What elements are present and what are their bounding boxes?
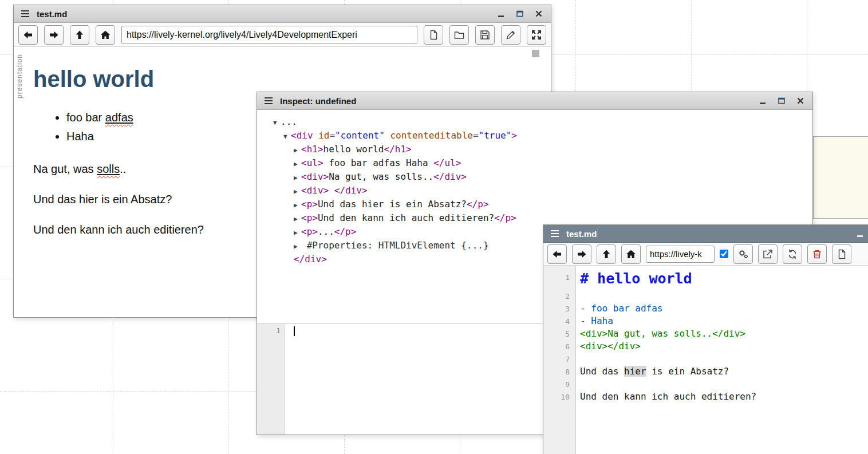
tree-token-text: Und den kann ich auch editieren? xyxy=(318,212,494,223)
line-number: 8 xyxy=(543,365,575,378)
forward-button[interactable] xyxy=(44,25,64,45)
close-button[interactable] xyxy=(794,94,807,107)
code-line[interactable]: 10Und den kann ich auch editieren? xyxy=(543,390,868,403)
reload-button[interactable] xyxy=(783,244,802,264)
minimize-button[interactable] xyxy=(494,7,508,20)
tree-line[interactable]: ▼... xyxy=(273,116,812,129)
home-button[interactable] xyxy=(96,25,115,45)
tree-expand-arrow-icon[interactable]: ▶ xyxy=(294,199,301,212)
directory-button[interactable] xyxy=(449,25,469,45)
code-line[interactable]: 7 xyxy=(543,353,868,365)
tree-token-props: #Properties: HTMLDivElement {...} xyxy=(307,240,489,251)
tree-expand-arrow-icon[interactable]: ▶ xyxy=(294,185,301,198)
minimize-icon xyxy=(496,9,506,18)
file-icon xyxy=(836,248,847,260)
tree-line[interactable]: ▶<p>Und den kann ich auch editieren?</p> xyxy=(273,212,812,226)
tree-line[interactable]: ▶<div> </div> xyxy=(273,184,812,198)
inspector-titlebar[interactable]: Inspect: undefined xyxy=(257,92,812,110)
tree-token-plain xyxy=(301,240,307,251)
url-input[interactable] xyxy=(646,246,715,263)
code-token: Und das xyxy=(580,366,624,377)
tree-line[interactable]: ▶<p>Und das hier is ein Absatz?</p> xyxy=(273,198,812,212)
editor-titlebar[interactable]: test.md xyxy=(543,225,868,243)
tree-expand-arrow-icon[interactable]: ▶ xyxy=(294,227,301,239)
refresh-icon xyxy=(787,248,798,260)
window-menu-button[interactable] xyxy=(549,227,561,240)
maximize-button[interactable] xyxy=(775,94,788,107)
up-icon xyxy=(74,29,85,41)
home-icon xyxy=(625,248,637,260)
edit-button[interactable] xyxy=(501,25,520,45)
maximize-button[interactable] xyxy=(513,7,527,20)
tree-line[interactable]: ▶<ul> foo bar adfas Haha </ul> xyxy=(273,157,812,171)
minimize-button[interactable] xyxy=(853,227,867,240)
url-input[interactable] xyxy=(121,26,417,44)
close-icon xyxy=(534,9,543,18)
new-file-button[interactable] xyxy=(832,244,851,264)
misspelled-word: solls xyxy=(97,163,120,175)
tree-expand-arrow-icon[interactable]: ▼ xyxy=(283,131,291,143)
code-token: - foo bar adfas xyxy=(580,303,663,314)
back-button[interactable] xyxy=(18,25,38,45)
markdown-editor[interactable]: 1# hello world23- foo bar adfas4- Haha5<… xyxy=(543,266,868,454)
window-menu-button[interactable] xyxy=(262,94,275,107)
tree-expand-arrow-icon[interactable]: ▶ xyxy=(294,144,301,157)
code-line[interactable]: 9 xyxy=(543,378,868,390)
code-line[interactable]: 1# hello world xyxy=(543,268,868,290)
settings-button[interactable] xyxy=(733,244,753,264)
open-external-button[interactable] xyxy=(758,244,778,264)
tree-expand-arrow-icon[interactable]: ▶ xyxy=(294,213,301,226)
tree-line[interactable]: ▶<h1>hello world</h1> xyxy=(273,143,812,157)
tree-line[interactable]: ▼<div id="content" contenteditable="true… xyxy=(273,129,812,143)
tree-token-value: "true" xyxy=(479,130,512,141)
tree-token-text: Und das hier is ein Absatz? xyxy=(318,199,467,210)
maximize-icon xyxy=(777,96,786,105)
tree-expand-arrow-icon[interactable]: ▶ xyxy=(294,172,301,184)
back-button[interactable] xyxy=(547,244,567,264)
close-icon xyxy=(796,96,805,105)
fullscreen-button[interactable] xyxy=(527,25,546,45)
maximize-icon xyxy=(515,9,524,18)
minimize-button[interactable] xyxy=(756,94,770,107)
up-button[interactable] xyxy=(70,25,89,45)
paragraph-text: Und das hier is ein Absatz? xyxy=(33,193,172,206)
home-button[interactable] xyxy=(621,244,641,264)
forward-button[interactable] xyxy=(572,244,591,264)
tree-line[interactable]: ▶<div>Na gut, was solls..</div> xyxy=(273,171,812,184)
save-button[interactable] xyxy=(475,25,495,45)
line-number: 2 xyxy=(543,290,575,302)
presentation-tab[interactable]: presentation xyxy=(15,54,23,98)
auto-update-checkbox[interactable] xyxy=(720,250,728,258)
code-line[interactable]: 3- foo bar adfas xyxy=(543,302,868,315)
tree-token-tag: <div> xyxy=(301,185,329,196)
tree-token-attr: id xyxy=(318,130,329,141)
forward-icon xyxy=(576,248,587,260)
tree-token-text: ... xyxy=(318,226,334,237)
code-line[interactable]: 4- Haha xyxy=(543,315,868,327)
window-menu-button[interactable] xyxy=(19,7,31,20)
tree-expand-arrow-icon[interactable]: ▶ xyxy=(294,158,301,171)
close-button[interactable] xyxy=(532,7,546,20)
misspelled-word: adfas xyxy=(105,111,133,124)
code-line[interactable]: 6<div></div> xyxy=(543,340,868,353)
external-link-icon xyxy=(762,248,774,260)
background-window-fragment xyxy=(813,136,868,219)
tree-token-plain: ... xyxy=(281,116,297,127)
tree-expand-arrow-icon[interactable]: ▶ xyxy=(294,240,301,253)
code-line[interactable]: 8Und das hier is ein Absatz? xyxy=(543,365,868,378)
tree-token-text: Na gut, was solls.. xyxy=(329,171,433,182)
delete-button[interactable] xyxy=(807,244,827,264)
tree-token-tag: </h1> xyxy=(384,144,412,155)
scrollbar-thumb[interactable] xyxy=(532,50,539,57)
line-number: 5 xyxy=(543,327,575,340)
window-title: Inspect: undefined xyxy=(280,96,356,106)
tree-expand-arrow-icon[interactable]: ▼ xyxy=(273,117,281,129)
up-button[interactable] xyxy=(597,244,616,264)
code-text: # hello world xyxy=(575,268,692,290)
hamburger-icon xyxy=(550,228,560,239)
code-line[interactable]: 2 xyxy=(543,290,868,302)
code-line[interactable]: 5<div>Na gut, was solls..</div> xyxy=(543,327,868,340)
viewer-titlebar[interactable]: test.md xyxy=(14,5,551,23)
new-file-button[interactable] xyxy=(424,25,443,45)
line-number: 7 xyxy=(543,353,575,365)
